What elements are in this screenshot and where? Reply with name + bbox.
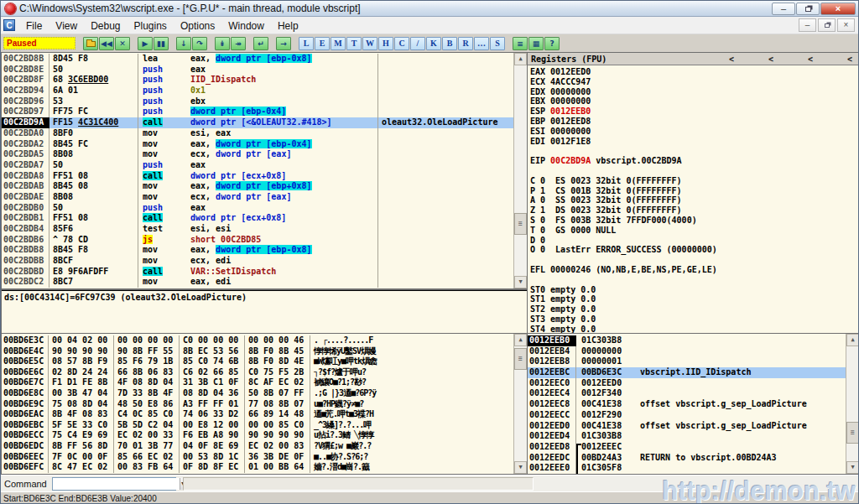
- disasm-row[interactable]: 00C2BD8E50pusheax: [2, 65, 513, 75]
- help-button[interactable]: ?: [544, 37, 560, 50]
- register-line[interactable]: EFL 00000246 (NO,NB,E,BE,NS,PE,GE,LE): [530, 265, 859, 275]
- mdi-close-button[interactable]: ×: [837, 18, 855, 32]
- dump-row[interactable]: 00BD6EFC8C 47 EC 0200 83 FB 640F 8D 8F E…: [2, 462, 513, 473]
- register-line[interactable]: [530, 255, 859, 265]
- scroll-up-arrow[interactable]: ▲: [846, 334, 859, 346]
- disasm-row[interactable]: 00C2BDB050pusheax: [2, 203, 513, 214]
- restore-button[interactable]: [796, 3, 820, 15]
- stack-row[interactable]: 0012EECC0012F290: [528, 410, 846, 421]
- disasm-row[interactable]: 00C2BDB485F6testesi, esi: [2, 224, 513, 235]
- mdi-minimize-button[interactable]: –: [799, 18, 816, 32]
- appearance-button[interactable]: ▦: [528, 37, 544, 50]
- stack-pane[interactable]: 0012EEB001C303B80012EEB4000000000012EEB8…: [528, 334, 859, 474]
- register-line[interactable]: [530, 146, 859, 156]
- step-into-button[interactable]: ↓: [176, 37, 191, 50]
- dump-row[interactable]: 00BD6EAC8B 4F 08 83C4 0C 85 C074 06 33 D…: [2, 409, 513, 420]
- dump-pane[interactable]: 00BD6E3C00 04 02 0000 00 00 00C0 00 00 0…: [2, 334, 527, 474]
- log-window-button[interactable]: L: [299, 37, 314, 50]
- register-line[interactable]: A 0 SS 0023 32bit 0(FFFFFFFF): [530, 195, 859, 205]
- stack-row[interactable]: 0012EED000C41E38offset vbscript.g_sep_Lo…: [528, 421, 846, 432]
- step-over-button[interactable]: ↷: [192, 37, 207, 50]
- menu-debug[interactable]: Debug: [84, 18, 127, 34]
- dump-row[interactable]: 00BD6ECC75 C4 E9 69EC 02 00 33F6 EB A8 9…: [2, 430, 513, 441]
- breakpoints-window-button[interactable]: B: [442, 37, 457, 50]
- command-input[interactable]: [53, 478, 180, 490]
- mdi-restore-button[interactable]: [818, 18, 836, 32]
- menu-help[interactable]: Help: [271, 18, 305, 34]
- register-line[interactable]: EDX 00000000: [530, 87, 859, 97]
- windows-window-button[interactable]: W: [362, 37, 377, 50]
- scroll-thumb[interactable]: ≡: [514, 348, 527, 370]
- stack-row[interactable]: 0012EEC00012EED0: [528, 378, 846, 389]
- menu-plugins[interactable]: Plugins: [128, 18, 174, 34]
- disasm-row[interactable]: 00C2BD8F68 3C6EBD00pushIID_IDispatch: [2, 75, 513, 86]
- disasm-row[interactable]: 00C2BD9653pushebx: [2, 96, 513, 107]
- register-line[interactable]: [530, 166, 859, 176]
- pause-button[interactable]: ▮▮: [154, 37, 169, 50]
- dump-row[interactable]: 00BD6E5C08 57 8B F985 F6 79 1B85 C0 74 6…: [2, 356, 513, 367]
- scroll-down-arrow[interactable]: ▼: [846, 461, 859, 474]
- disasm-row[interactable]: 00C2BDB88B45 F8moveax, dword ptr [ebp-0x…: [2, 245, 513, 256]
- register-line[interactable]: ST1 empty 0.0: [530, 294, 859, 304]
- disasm-row[interactable]: 00C2BDB6^ 78 CDjsshort 00C2BD85: [2, 235, 513, 246]
- register-line[interactable]: ESI 00000000: [530, 127, 859, 137]
- animate-into-button[interactable]: ↡: [215, 37, 230, 50]
- register-line[interactable]: S 0 FS 003B 32bit 7FFDF000(4000): [530, 216, 859, 226]
- disasm-row[interactable]: 00C2BDA28B45 FCmoveax, dword ptr [ebp-0x…: [2, 139, 513, 150]
- scroll-thumb[interactable]: ≡: [846, 422, 859, 444]
- disasm-row[interactable]: 00C2BD9AFF15 4C31C400calldword ptr [<&OL…: [2, 117, 513, 128]
- dump-row[interactable]: 00BD6E4C90 90 90 9090 8B FF 558B EC 53 5…: [2, 346, 513, 357]
- register-line[interactable]: [530, 275, 859, 285]
- scroll-up-arrow[interactable]: ▲: [514, 53, 527, 65]
- animate-over-button[interactable]: ↠: [231, 37, 246, 50]
- minimize-button[interactable]: –: [772, 3, 795, 15]
- disasm-row[interactable]: 00C2BD946A 01push0x1: [2, 86, 513, 96]
- disasm-row[interactable]: 00C2BDAE8B08movecx, dword ptr [eax]: [2, 192, 513, 203]
- disasm-row[interactable]: 00C2BDBDE8 9F6AFDFFcallVAR::SetIDispatch: [2, 267, 513, 278]
- register-line[interactable]: ST0 empty 0.0: [530, 285, 859, 295]
- disasm-row[interactable]: 00C2BDC28BC7moveax, edi: [2, 277, 513, 288]
- restart-button[interactable]: ◀◀: [99, 37, 114, 50]
- register-line[interactable]: O 0 LastErr ERROR_SUCCESS (00000000): [530, 245, 859, 255]
- stack-row[interactable]: 0012EEE001C305F8: [528, 463, 846, 474]
- dump-row[interactable]: 00BD6EEC7F 0C 00 0F85 66 EC 0200 53 8D 1…: [2, 452, 513, 463]
- collapse-button[interactable]: <: [844, 55, 856, 64]
- handles-window-button[interactable]: H: [378, 37, 393, 50]
- register-line[interactable]: ECX 4ACCC947: [530, 77, 859, 87]
- disasm-row[interactable]: 00C2BDA58B08movecx, dword ptr [eax]: [2, 149, 513, 160]
- menu-file[interactable]: File: [19, 18, 49, 34]
- call-stack-button[interactable]: K: [426, 37, 441, 50]
- disasm-row[interactable]: 00C2BDAB8B45 08moveax, dword ptr [ebp+0x…: [2, 181, 513, 192]
- disasm-row[interactable]: 00C2BDA750pusheax: [2, 160, 513, 171]
- close-button[interactable]: ×: [820, 3, 856, 15]
- stack-row[interactable]: 0012EEB001C303B8: [528, 335, 846, 346]
- dump-row[interactable]: 00BD6E6C02 8D 24 2466 8B 06 83C6 02 66 8…: [2, 367, 513, 378]
- disassembly-scrollbar[interactable]: ▲ ≡ ▼: [513, 53, 527, 288]
- collapse-button[interactable]: <: [765, 55, 777, 64]
- menu-window[interactable]: Window: [221, 18, 271, 34]
- register-line[interactable]: ST2 empty 0.0: [530, 304, 859, 314]
- dump-row[interactable]: 00BD6E8C00 3B 47 047D 33 8B 4F08 8D 04 3…: [2, 388, 513, 399]
- open-file-button[interactable]: [83, 37, 98, 50]
- disasm-row[interactable]: 00C2BD8B8D45 F8leaeax, dword ptr [ebp-0x…: [2, 54, 513, 65]
- options-list-button[interactable]: ≡: [513, 37, 528, 50]
- go-to-address-button[interactable]: →: [276, 37, 291, 50]
- stack-row[interactable]: 0012EED80012EEEC: [528, 442, 846, 453]
- stack-row[interactable]: 0012EEB800000001: [528, 356, 846, 367]
- patches-window-button[interactable]: /: [410, 37, 425, 50]
- stack-row[interactable]: 0012EEBC00BD6E3Cvbscript.IID_IDispatch: [528, 367, 846, 378]
- dump-row[interactable]: 00BD6E9C75 08 8D 0448 50 E8 86A3 FF FF 0…: [2, 399, 513, 410]
- memory-window-button[interactable]: M: [331, 37, 346, 50]
- register-line[interactable]: ESP 0012EEB0: [530, 107, 859, 117]
- dump-row[interactable]: 00BD6EDC8B FF 56 8D70 01 3B 7704 0F 8E 6…: [2, 441, 513, 452]
- close-process-button[interactable]: ✕: [115, 37, 130, 50]
- register-line[interactable]: EIP 00C2BD9A vbscript.00C2BD9A: [530, 156, 859, 166]
- scroll-up-arrow[interactable]: ▲: [514, 334, 527, 346]
- collapse-button[interactable]: <: [726, 55, 737, 64]
- disasm-row[interactable]: 00C2BDBB8BCFmovecx, edi: [2, 256, 513, 267]
- stack-scrollbar[interactable]: ▲ ≡ ▼: [846, 334, 859, 474]
- run-trace-button[interactable]: …: [474, 37, 489, 50]
- stack-row[interactable]: 0012EEB400000000: [528, 346, 846, 357]
- threads-window-button[interactable]: T: [346, 37, 362, 50]
- dump-row[interactable]: 00BD6E7CF1 D1 FE 8B4F 08 8D 0431 3B C1 0…: [2, 377, 513, 388]
